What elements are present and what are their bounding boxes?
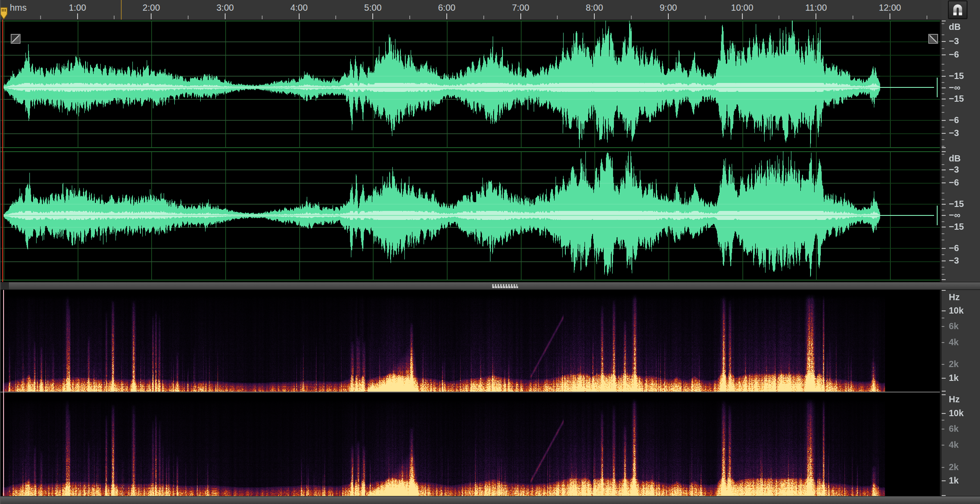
view-splitter[interactable] xyxy=(0,282,980,290)
ruler-minor-tick xyxy=(557,16,558,19)
scale-minor-tick xyxy=(942,154,944,155)
scale-tick xyxy=(942,364,944,365)
scale-tick xyxy=(942,378,946,379)
scale-label: 2k xyxy=(949,462,959,472)
ruler-time-label: 10:00 xyxy=(731,3,754,13)
scale-boundary-tick xyxy=(942,147,946,148)
scale-minor-tick xyxy=(942,64,944,65)
amplitude-frequency-scale-column[interactable] xyxy=(942,20,980,504)
ruler-time-label: 12:00 xyxy=(879,3,901,13)
ruler-minor-tick xyxy=(926,16,927,19)
scale-tick xyxy=(942,99,946,99)
magnet-icon xyxy=(951,3,964,17)
ruler-time-label: 4:00 xyxy=(290,3,308,13)
scale-minor-tick xyxy=(942,233,944,234)
scale-label: −∞ xyxy=(949,83,960,93)
scale-label: 2k xyxy=(949,359,959,369)
ruler-minor-tick xyxy=(114,16,115,19)
scale-minor-tick xyxy=(942,164,944,165)
ruler-time-label: 3:00 xyxy=(217,3,234,13)
ruler-time-label: 5:00 xyxy=(364,3,382,13)
scale-minor-tick xyxy=(942,139,944,140)
scale-tick xyxy=(942,248,946,249)
ruler-minor-tick xyxy=(262,16,263,19)
spectrogram-channel-divider xyxy=(0,392,940,394)
scale-minor-tick xyxy=(942,318,944,318)
ruler-major-tick xyxy=(77,13,78,19)
scale-tick xyxy=(942,120,946,121)
scale-minor-tick xyxy=(942,177,944,178)
scale-label: −3 xyxy=(949,128,959,138)
scale-tick xyxy=(942,445,944,446)
ruler-major-tick xyxy=(299,13,300,19)
waveform-display[interactable] xyxy=(0,20,940,282)
scale-label: −3 xyxy=(949,36,959,46)
scale-boundary-tick xyxy=(942,279,946,280)
timeline-marker-line[interactable] xyxy=(121,0,122,20)
scale-label: −6 xyxy=(949,50,959,60)
scale-tick xyxy=(942,54,946,55)
ruler-time-label: 9:00 xyxy=(659,3,677,13)
ruler-major-tick xyxy=(446,13,447,19)
fade-out-handle[interactable] xyxy=(928,34,938,44)
scale-minor-tick xyxy=(942,199,944,200)
scale-tick xyxy=(942,215,946,216)
scale-label: −6 xyxy=(949,243,959,253)
scale-minor-tick xyxy=(942,420,944,421)
scale-label: −6 xyxy=(949,178,959,188)
ruler-time-label: 8:00 xyxy=(586,3,603,13)
scale-tick xyxy=(942,182,946,183)
scale-minor-tick xyxy=(942,146,944,147)
ruler-major-tick xyxy=(151,13,152,19)
scale-tick xyxy=(942,326,944,327)
ruler-time-label: 6:00 xyxy=(438,3,455,13)
scale-title: Hz xyxy=(949,292,959,302)
scale-minor-tick xyxy=(942,23,944,24)
scale-minor-tick xyxy=(942,105,944,106)
audio-editor-window: hms 1:002:003:004:005:006:007:008:009:00… xyxy=(0,0,980,504)
ruler-minor-tick xyxy=(409,16,410,19)
scale-tick xyxy=(942,310,946,311)
scale-minor-tick xyxy=(942,274,944,275)
scale-boundary-tick xyxy=(942,495,946,496)
scale-boundary-tick xyxy=(942,394,946,395)
plot-scale-divider xyxy=(940,20,942,504)
ruler-major-tick xyxy=(225,13,226,19)
scale-tick xyxy=(942,169,946,170)
scale-tick xyxy=(942,413,946,414)
ruler-time-label: 1:00 xyxy=(69,3,86,13)
ruler-corner-panel xyxy=(942,0,980,20)
playhead-pin[interactable] xyxy=(0,7,8,20)
ruler-minor-tick xyxy=(705,16,706,19)
scale-tick xyxy=(942,342,944,343)
scale-label: −15 xyxy=(949,222,964,232)
ruler-minor-tick xyxy=(335,16,336,19)
scale-label: −3 xyxy=(949,165,959,175)
scale-tick xyxy=(942,133,946,134)
scale-label: −15 xyxy=(949,199,964,209)
scale-title: dB xyxy=(949,153,961,164)
ruler-minor-tick xyxy=(40,16,41,19)
ruler-minor-tick xyxy=(483,16,484,19)
spectrogram-playhead-line[interactable] xyxy=(3,290,4,496)
splitter-drag-handle[interactable] xyxy=(492,284,517,288)
scale-label: 10k xyxy=(949,408,964,418)
fade-in-handle[interactable] xyxy=(11,34,21,44)
timeline-ruler[interactable]: hms 1:002:003:004:005:006:007:008:009:00… xyxy=(0,0,942,20)
scale-label: −15 xyxy=(949,71,964,81)
waveform-playhead-line[interactable] xyxy=(2,20,3,282)
scale-label: 1k xyxy=(949,475,959,486)
ruler-major-tick xyxy=(594,13,595,19)
snap-toggle-button[interactable] xyxy=(948,0,968,19)
scale-boundary-tick xyxy=(942,290,946,291)
ruler-minor-tick xyxy=(188,16,189,19)
scale-minor-tick xyxy=(942,221,944,222)
scale-tick xyxy=(942,76,946,77)
scale-label: 4k xyxy=(949,337,959,347)
scale-title: dB xyxy=(949,22,961,32)
scale-minor-tick xyxy=(942,70,944,71)
scale-label: 1k xyxy=(949,373,959,383)
scale-label: 4k xyxy=(949,440,959,450)
ruler-time-label: 2:00 xyxy=(143,3,160,13)
scale-minor-tick xyxy=(942,127,944,128)
